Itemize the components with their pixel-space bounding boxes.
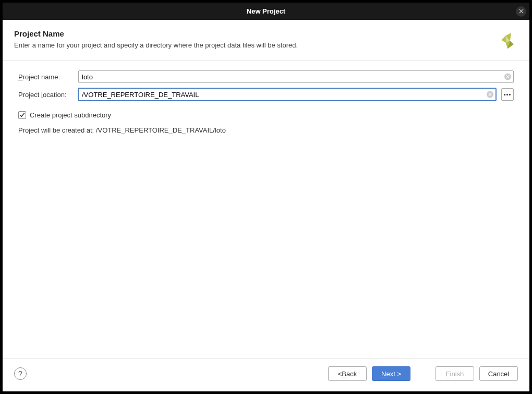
help-icon: ? — [18, 369, 22, 378]
project-location-input[interactable] — [78, 88, 496, 101]
browse-location-button[interactable]: ••• — [501, 88, 514, 101]
clear-project-location-icon[interactable] — [487, 91, 493, 98]
ellipsis-icon: ••• — [504, 91, 512, 98]
project-location-label: Project location: — [18, 91, 73, 99]
project-location-row: Project location: ••• — [18, 88, 514, 101]
project-name-input[interactable] — [78, 70, 514, 83]
back-button[interactable]: < Back — [328, 366, 367, 381]
window-title: New Project — [247, 7, 285, 15]
project-location-input-wrap — [78, 88, 496, 101]
dialog-window: New Project Project Name Enter a name fo… — [3, 3, 529, 391]
page-title: Project Name — [14, 29, 490, 38]
project-name-label: Project name: — [18, 73, 73, 81]
help-button[interactable]: ? — [14, 367, 27, 380]
next-button[interactable]: Next > — [372, 366, 410, 381]
cancel-button[interactable]: Cancel — [479, 366, 518, 381]
form-area: Project name: Project location: ••• — [3, 61, 529, 359]
dialog-footer: ? < Back Next > Finish Cancel — [3, 359, 529, 391]
dialog-header: Project Name Enter a name for your proje… — [3, 20, 529, 61]
subdirectory-checkbox[interactable] — [18, 111, 26, 119]
close-icon[interactable] — [516, 6, 526, 17]
subdirectory-checkbox-row: Create project subdirectory — [18, 111, 514, 119]
project-name-row: Project name: — [18, 70, 514, 83]
wizard-logo-icon — [497, 31, 518, 52]
subdirectory-checkbox-label[interactable]: Create project subdirectory — [30, 111, 111, 119]
page-subtitle: Enter a name for your project and specif… — [14, 41, 490, 49]
finish-button: Finish — [436, 366, 474, 381]
titlebar: New Project — [3, 3, 529, 20]
created-at-text: Project will be created at: /VOTRE_REPER… — [18, 126, 514, 134]
header-text: Project Name Enter a name for your proje… — [14, 29, 490, 49]
clear-project-name-icon[interactable] — [504, 74, 511, 80]
project-name-input-wrap — [78, 70, 514, 83]
